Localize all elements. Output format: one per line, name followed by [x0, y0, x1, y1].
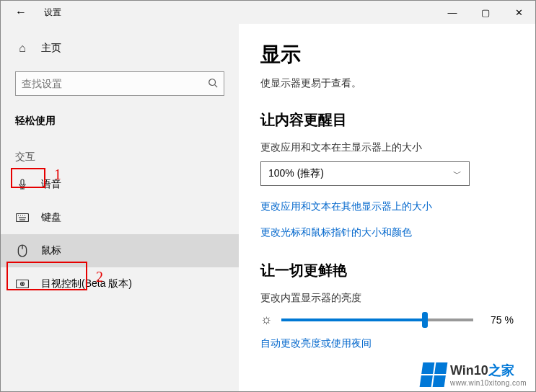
close-button[interactable]: ✕ — [502, 1, 535, 24]
window-controls: — ▢ ✕ — [436, 1, 535, 24]
section-heading-content: 让内容更醒目 — [260, 110, 514, 130]
sidebar-item-label: 目视控制(Beta 版本) — [41, 277, 132, 290]
titlebar: ← 设置 — ▢ ✕ — [1, 1, 535, 24]
sidebar-category: 轻松使用 — [1, 106, 239, 132]
sun-icon: ☼ — [260, 312, 273, 327]
arrow-left-icon: ← — [15, 6, 27, 19]
sidebar-item-label: 鼠标 — [41, 244, 61, 257]
keyboard-icon — [15, 210, 30, 225]
mouse-icon — [15, 244, 30, 258]
brightness-label: 更改内置显示器的亮度 — [260, 292, 514, 305]
microphone-icon — [15, 177, 30, 192]
page-title: 显示 — [260, 41, 514, 68]
brightness-slider-row: ☼ 75 % — [260, 312, 514, 327]
close-icon: ✕ — [515, 7, 523, 18]
sidebar-home-label: 主页 — [41, 42, 61, 55]
sidebar-item-label: 键盘 — [41, 211, 61, 224]
link-other-displays[interactable]: 更改应用和文本在其他显示器上的大小 — [260, 200, 514, 213]
section-heading-vivid: 让一切更鲜艳 — [260, 261, 514, 280]
back-button[interactable]: ← — [6, 1, 35, 24]
main-content: 显示 使显示器更易于查看。 让内容更醒目 更改应用和文本在主显示器上的大小 10… — [239, 24, 535, 391]
search-box[interactable] — [15, 71, 224, 96]
sidebar-item-keyboard[interactable]: 键盘 — [1, 201, 239, 234]
maximize-button[interactable]: ▢ — [469, 1, 502, 24]
brightness-slider[interactable] — [281, 318, 474, 321]
sidebar: ⌂ 主页 轻松使用 交互 语音 键盘 鼠标 — [1, 24, 239, 391]
svg-line-1 — [215, 84, 218, 87]
app-name: 设置 — [44, 6, 61, 19]
svg-point-0 — [209, 79, 216, 85]
sidebar-item-speech[interactable]: 语音 — [1, 168, 239, 201]
home-icon: ⌂ — [15, 41, 30, 55]
eye-control-icon — [15, 277, 30, 291]
slider-thumb[interactable] — [422, 312, 428, 328]
brightness-value: 75 % — [482, 314, 514, 326]
slider-fill — [281, 318, 426, 321]
sidebar-item-mouse[interactable]: 鼠标 — [1, 234, 239, 267]
sidebar-item-label: 语音 — [41, 178, 61, 191]
link-nightlight[interactable]: 自动更改亮度或使用夜间 — [260, 337, 514, 350]
search-input[interactable] — [22, 78, 208, 89]
scale-select-value: 100% (推荐) — [268, 167, 324, 180]
chevron-down-icon: ﹀ — [453, 168, 462, 180]
link-cursor-size[interactable]: 更改光标和鼠标指针的大小和颜色 — [260, 226, 514, 239]
minimize-button[interactable]: — — [436, 1, 469, 24]
maximize-icon: ▢ — [481, 7, 490, 18]
sidebar-home[interactable]: ⌂ 主页 — [1, 35, 239, 61]
sidebar-section-label: 交互 — [1, 132, 239, 168]
sidebar-item-eyecontrol[interactable]: 目视控制(Beta 版本) — [1, 267, 239, 300]
svg-point-16 — [22, 283, 23, 285]
minimize-icon: — — [448, 7, 457, 18]
scale-label: 更改应用和文本在主显示器上的大小 — [260, 141, 514, 154]
search-icon — [208, 78, 218, 90]
scale-select[interactable]: 100% (推荐) ﹀ — [260, 161, 470, 186]
page-subtitle: 使显示器更易于查看。 — [260, 77, 514, 90]
svg-rect-2 — [21, 179, 24, 185]
